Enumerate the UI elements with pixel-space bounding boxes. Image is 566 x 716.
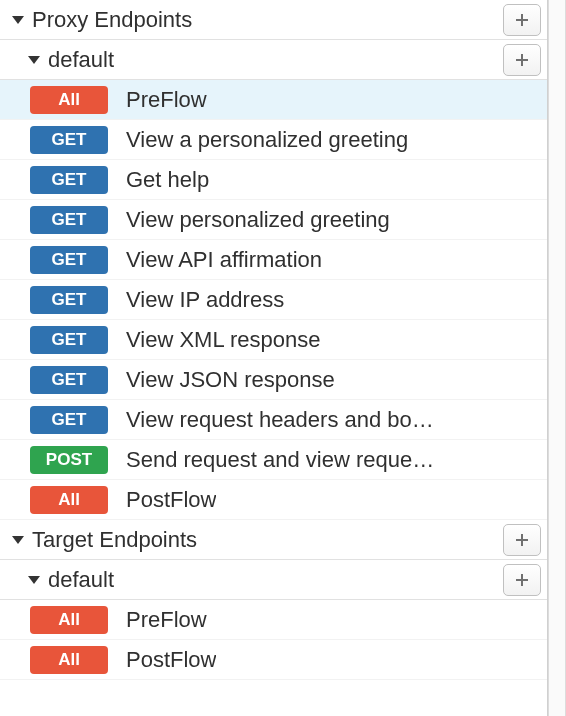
flow-label: Get help (126, 167, 209, 193)
chevron-down-icon (28, 56, 40, 64)
flow-label: PostFlow (126, 647, 216, 673)
flow-row[interactable]: GET Get help (0, 160, 547, 200)
group-header-target-default[interactable]: default (0, 560, 547, 600)
section-title: Proxy Endpoints (32, 7, 503, 33)
flow-row[interactable]: GET View request headers and bo… (0, 400, 547, 440)
section-header-target-endpoints[interactable]: Target Endpoints (0, 520, 547, 560)
method-badge-all: All (30, 606, 108, 634)
group-header-proxy-default[interactable]: default (0, 40, 547, 80)
flow-row[interactable]: GET View personalized greeting (0, 200, 547, 240)
chevron-down-icon (12, 536, 24, 544)
method-badge-get: GET (30, 166, 108, 194)
method-badge-all: All (30, 646, 108, 674)
flow-row[interactable]: GET View API affirmation (0, 240, 547, 280)
method-badge-all: All (30, 486, 108, 514)
scrollbar-gutter[interactable] (548, 0, 566, 716)
flow-row[interactable]: All PreFlow (0, 600, 547, 640)
add-flow-button[interactable] (503, 564, 541, 596)
flow-label: PostFlow (126, 487, 216, 513)
flow-label: View request headers and bo… (126, 407, 434, 433)
group-title: default (48, 567, 503, 593)
chevron-down-icon (12, 16, 24, 24)
plus-icon (514, 572, 530, 588)
plus-icon (514, 12, 530, 28)
flow-row[interactable]: GET View a personalized greeting (0, 120, 547, 160)
flow-row[interactable]: All PreFlow (0, 80, 547, 120)
method-badge-post: POST (30, 446, 108, 474)
flow-row[interactable]: All PostFlow (0, 640, 547, 680)
method-badge-all: All (30, 86, 108, 114)
method-badge-get: GET (30, 326, 108, 354)
add-flow-button[interactable] (503, 44, 541, 76)
flow-row[interactable]: GET View JSON response (0, 360, 547, 400)
flow-label: View API affirmation (126, 247, 322, 273)
flow-row[interactable]: POST Send request and view reque… (0, 440, 547, 480)
add-target-endpoint-button[interactable] (503, 524, 541, 556)
flow-row[interactable]: GET View IP address (0, 280, 547, 320)
section-title: Target Endpoints (32, 527, 503, 553)
plus-icon (514, 532, 530, 548)
endpoints-panel: Proxy Endpoints default All PreFlow GET … (0, 0, 548, 716)
method-badge-get: GET (30, 286, 108, 314)
add-proxy-endpoint-button[interactable] (503, 4, 541, 36)
flow-row[interactable]: GET View XML response (0, 320, 547, 360)
flow-row[interactable]: All PostFlow (0, 480, 547, 520)
method-badge-get: GET (30, 246, 108, 274)
chevron-down-icon (28, 576, 40, 584)
method-badge-get: GET (30, 206, 108, 234)
flow-label: View XML response (126, 327, 320, 353)
method-badge-get: GET (30, 406, 108, 434)
flow-label: View IP address (126, 287, 284, 313)
plus-icon (514, 52, 530, 68)
flow-label: View personalized greeting (126, 207, 390, 233)
flow-label: PreFlow (126, 607, 207, 633)
flow-label: View a personalized greeting (126, 127, 408, 153)
flow-label: Send request and view reque… (126, 447, 434, 473)
flow-label: View JSON response (126, 367, 335, 393)
section-header-proxy-endpoints[interactable]: Proxy Endpoints (0, 0, 547, 40)
flow-label: PreFlow (126, 87, 207, 113)
group-title: default (48, 47, 503, 73)
method-badge-get: GET (30, 366, 108, 394)
method-badge-get: GET (30, 126, 108, 154)
